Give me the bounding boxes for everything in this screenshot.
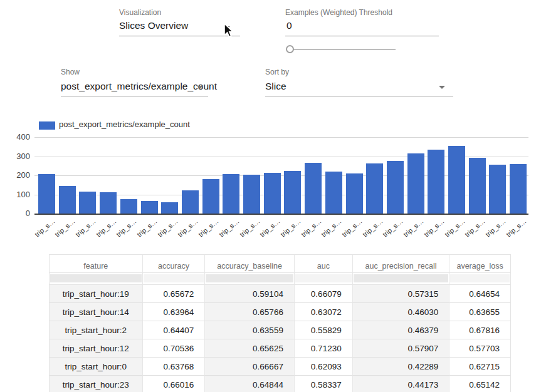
table-cell: 0.46030 — [353, 303, 450, 321]
table-row[interactable]: trip_start_hour:230.660160.648440.583370… — [50, 376, 510, 392]
table-header-cell[interactable]: average_loss — [449, 255, 510, 273]
y-axis-label: 200 — [0, 170, 30, 180]
table-cell: 0.70536 — [143, 339, 206, 358]
slider-track[interactable] — [288, 49, 396, 50]
filter-input[interactable] — [144, 274, 204, 282]
threshold-underline — [285, 36, 439, 36]
table-cell: 0.65766 — [205, 303, 295, 321]
filter-input[interactable] — [50, 274, 142, 282]
bar[interactable] — [510, 164, 527, 214]
bar[interactable] — [59, 186, 76, 214]
table-cell: 0.66016 — [143, 376, 206, 392]
table-header-cell[interactable]: feature — [50, 255, 143, 273]
y-axis-label: 300 — [0, 152, 30, 162]
chevron-down-icon[interactable] — [197, 86, 203, 89]
filter-input[interactable] — [295, 274, 352, 282]
table-cell: 0.42289 — [353, 358, 450, 376]
table-cell: 0.63072 — [295, 303, 353, 321]
table-cell: 0.63964 — [143, 303, 206, 321]
bar[interactable] — [79, 192, 96, 214]
visualization-label: Visualization — [119, 8, 161, 17]
table-cell: 0.57907 — [353, 339, 450, 358]
bar[interactable] — [346, 173, 363, 214]
table-cell: 0.65672 — [143, 285, 206, 303]
table-cell: trip_start_hour:19 — [50, 285, 143, 303]
bar[interactable] — [448, 146, 465, 214]
table-row[interactable]: trip_start_hour:120.705360.656250.712300… — [50, 339, 510, 358]
legend-swatch — [39, 121, 55, 130]
visualization-value[interactable]: Slices Overview — [119, 20, 188, 31]
y-axis-label: 0 — [0, 209, 30, 219]
table-header-cell[interactable]: accuracy — [143, 255, 206, 273]
filter-input[interactable] — [450, 274, 510, 282]
bar[interactable] — [243, 175, 260, 214]
filter-input[interactable] — [206, 274, 293, 282]
bar[interactable] — [407, 153, 424, 214]
table-row[interactable]: trip_start_hour:00.637680.666670.620930.… — [50, 358, 510, 376]
threshold-label: Examples (Weighted) Threshold — [285, 8, 392, 17]
bar[interactable] — [489, 165, 506, 214]
show-value[interactable]: post_export_metrics/example_count — [61, 81, 217, 92]
bar[interactable] — [38, 174, 55, 214]
metrics-table: featureaccuracyaccuracy_baselineaucauc_p… — [49, 254, 511, 392]
sortby-underline — [265, 96, 453, 96]
bar[interactable] — [366, 163, 383, 214]
bar[interactable] — [305, 163, 322, 214]
bar[interactable] — [223, 174, 239, 214]
bar[interactable] — [469, 158, 486, 214]
gridline — [34, 137, 528, 138]
table-cell: 0.55829 — [295, 321, 353, 339]
mouse-cursor — [222, 23, 236, 38]
table-cell: 0.44173 — [353, 376, 450, 392]
bar[interactable] — [428, 150, 444, 214]
table-cell: 0.62093 — [295, 358, 353, 376]
table-header-row: featureaccuracyaccuracy_baselineaucauc_p… — [50, 255, 510, 273]
table-cell: trip_start_hour:23 — [50, 376, 143, 392]
table-cell: 0.63768 — [143, 358, 206, 376]
table-filter-row — [50, 273, 510, 285]
bar[interactable] — [387, 161, 404, 214]
chevron-down-icon[interactable] — [439, 86, 445, 89]
show-label: Show — [61, 68, 80, 76]
sortby-value[interactable]: Slice — [265, 81, 286, 92]
table-header-cell[interactable]: accuracy_baseline — [205, 255, 295, 273]
table-cell: trip_start_hour:2 — [50, 321, 143, 339]
table-header-cell[interactable]: auc_precision_recall — [353, 255, 450, 273]
legend-label: post_export_metrics/example_count — [59, 120, 190, 129]
table-cell: 0.64844 — [205, 376, 295, 392]
table-cell: 0.46379 — [353, 321, 450, 339]
show-underline — [61, 96, 208, 96]
bar[interactable] — [120, 199, 137, 214]
bar[interactable] — [264, 173, 281, 214]
table-row[interactable]: trip_start_hour:190.656720.591040.660790… — [50, 285, 510, 303]
table-cell: 0.66667 — [205, 358, 295, 376]
table-cell: 0.62715 — [449, 358, 510, 376]
bar[interactable] — [202, 179, 219, 214]
bar[interactable] — [284, 171, 301, 214]
bar[interactable] — [182, 190, 199, 214]
table-cell: 0.65142 — [449, 376, 510, 392]
table-cell: 0.66079 — [295, 285, 353, 303]
table-header-cell[interactable]: auc — [295, 255, 353, 273]
table-row[interactable]: trip_start_hour:140.639640.657660.630720… — [50, 303, 510, 321]
table-cell: 0.57315 — [353, 285, 450, 303]
sortby-label: Sort by — [265, 68, 289, 76]
filter-input[interactable] — [354, 274, 449, 282]
table-cell: trip_start_hour:14 — [50, 303, 143, 321]
table-row[interactable]: trip_start_hour:20.644070.635590.558290.… — [50, 321, 510, 339]
bar[interactable] — [141, 201, 158, 214]
bar[interactable] — [161, 202, 178, 214]
table-cell: 0.71230 — [295, 339, 353, 358]
table-cell: 0.57703 — [449, 339, 510, 358]
slider-knob[interactable] — [286, 45, 294, 53]
threshold-input[interactable]: 0 — [286, 20, 292, 31]
table-cell: trip_start_hour:12 — [50, 339, 143, 358]
table-cell: 0.64407 — [143, 321, 206, 339]
table-cell: 0.67816 — [449, 321, 510, 339]
table-cell: 0.63655 — [449, 303, 510, 321]
table-cell: 0.58337 — [295, 376, 353, 392]
table-cell: 0.63559 — [205, 321, 295, 339]
bar[interactable] — [100, 192, 117, 214]
slices-overview-page: Visualization Slices Overview Examples (… — [0, 0, 541, 392]
bar[interactable] — [325, 172, 342, 214]
